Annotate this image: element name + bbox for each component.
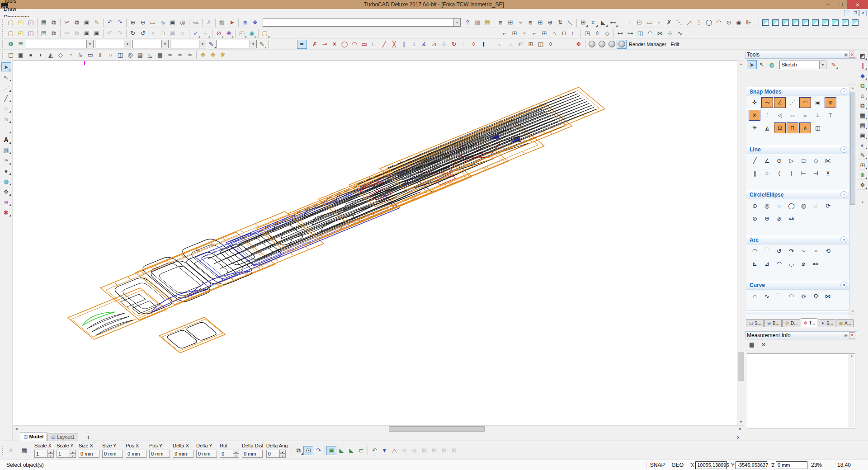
extrude-tool[interactable]: ⧈: [1, 197, 11, 207]
line-parallel[interactable]: ∥: [749, 168, 761, 179]
scroll-up-icon[interactable]: ▲: [737, 61, 745, 67]
snap-divide[interactable]: ✳: [749, 122, 760, 133]
chevron-down-icon[interactable]: ▼: [86, 40, 93, 48]
snap-tool-10[interactable]: ◠: [714, 18, 724, 27]
modify-stretch[interactable]: I: [479, 40, 489, 49]
arc-tool[interactable]: ∩: [1, 114, 11, 123]
snap-perp-near[interactable]: ⊥: [812, 110, 824, 121]
chevron-down-icon[interactable]: ▼: [199, 40, 206, 48]
render-quality[interactable]: [617, 40, 627, 49]
hscroll-thumb[interactable]: [389, 426, 485, 432]
new[interactable]: ▢: [6, 18, 16, 27]
insp-table[interactable]: ▦: [19, 446, 29, 455]
snap-none[interactable]: ✜: [749, 97, 760, 108]
modify-fillet[interactable]: ◯: [340, 40, 349, 49]
close-icon[interactable]: ✕: [849, 332, 855, 338]
modify-chamfer[interactable]: ◠: [349, 40, 359, 49]
modify-meet[interactable]: ⊸: [320, 40, 330, 49]
zoom-page[interactable]: ▣: [168, 18, 178, 27]
field-input[interactable]: 0 mm: [126, 450, 146, 458]
selection-style-combo[interactable]: ▼: [263, 18, 461, 27]
ortho-mode[interactable]: ✓: [191, 29, 201, 38]
aux-3[interactable]: ⊏: [516, 40, 526, 49]
entity-mark-1[interactable]: ⌐: [500, 29, 509, 38]
tab-tools[interactable]: ◍T...: [801, 318, 817, 327]
move-tool[interactable]: ✥: [1, 187, 11, 196]
insp-marker[interactable]: ▼: [379, 446, 389, 455]
render-wireframe[interactable]: [587, 40, 597, 49]
arc-tan-2-arcs[interactable]: ⊿: [761, 258, 773, 269]
insp-pick-cp[interactable]: ◣: [346, 446, 356, 455]
aux-6[interactable]: ◊: [546, 40, 556, 49]
scroll-up-icon[interactable]: ▲: [850, 85, 856, 91]
table-panel[interactable]: ▦: [858, 111, 868, 120]
circle-tool[interactable]: ○: [1, 104, 11, 113]
shear[interactable]: ◺: [565, 18, 575, 27]
prim-can[interactable]: ◫: [115, 51, 125, 60]
pin-icon[interactable]: ◉: [843, 52, 849, 58]
aux-2[interactable]: ≡: [506, 40, 516, 49]
polyline-3d-tool[interactable]: 3D: [1, 156, 11, 165]
curve-bezier[interactable]: ∩: [749, 291, 761, 301]
line-perpendicular[interactable]: ⋉: [822, 155, 834, 166]
insp-remove[interactable]: ⊠: [449, 446, 459, 455]
entity-mark-9[interactable]: ◳: [582, 29, 592, 38]
cut[interactable]: ✂: [62, 18, 72, 27]
line-tangent-2-arcs[interactable]: ⟩: [785, 168, 797, 179]
insp-link[interactable]: ⧉: [293, 446, 303, 455]
tp-select[interactable]: ➤: [747, 60, 757, 69]
render-edit-label[interactable]: Edit: [669, 42, 682, 47]
field-input[interactable]: 0: [220, 450, 233, 458]
snap-nearest[interactable]: ⊸: [761, 97, 773, 108]
prim-slab[interactable]: ▭: [85, 51, 95, 60]
ellipse-fixed-ratio[interactable]: a:b: [785, 213, 797, 224]
menu-tools[interactable]: Tools: [0, 0, 36, 5]
collapse-icon[interactable]: »: [840, 146, 847, 153]
line-tool[interactable]: ╱: [1, 94, 11, 103]
prim-rod[interactable]: ‖: [95, 51, 105, 60]
line-perp-from[interactable]: ⊢: [797, 168, 810, 179]
curve-revision-cloud[interactable]: Ω: [810, 291, 822, 301]
line-style-combo[interactable]: ▼: [216, 40, 257, 48]
snap-apex[interactable]: ∧: [799, 122, 811, 133]
fit-expand[interactable]: ✥: [574, 40, 584, 49]
view-iso-ne[interactable]: [820, 18, 830, 27]
paste[interactable]: ▣: [82, 18, 92, 27]
prim-3d-terrain[interactable]: 3D: [175, 51, 185, 60]
entity-mark-13[interactable]: ⊶: [625, 29, 635, 38]
layer-combo[interactable]: ▼: [26, 40, 94, 48]
open[interactable]: ◰: [16, 18, 26, 27]
field-input[interactable]: 0 mm: [149, 450, 170, 458]
snap-center[interactable]: ◠: [799, 97, 811, 108]
chevron-down-icon[interactable]: ▼: [161, 40, 168, 48]
deselect-all[interactable]: □: [158, 29, 168, 38]
drawing-canvas[interactable]: BB: [13, 61, 737, 425]
prim-cylinder-cut[interactable]: ◔: [66, 51, 75, 60]
tab-selection[interactable]: ◫S...: [746, 319, 764, 327]
sheet-3[interactable]: [100, 232, 275, 320]
view-back[interactable]: [780, 18, 790, 27]
line-rectangle[interactable]: □: [797, 155, 810, 166]
entity-mark-16[interactable]: ⋈: [655, 29, 665, 38]
line-rotated-rectangle[interactable]: ◇: [810, 155, 822, 166]
print[interactable]: ▤: [39, 18, 49, 27]
pin-icon[interactable]: ◉: [843, 332, 849, 338]
line-perp-to[interactable]: ⊣: [810, 168, 822, 179]
image-panel[interactable]: ▣: [858, 131, 868, 140]
measure[interactable]: ⊷: [608, 18, 618, 27]
chevron-down-icon[interactable]: ▼: [453, 19, 460, 26]
construction-tool[interactable]: ⋰: [1, 83, 11, 92]
snap-parallel[interactable]: ⊓: [787, 122, 798, 133]
minimize-button[interactable]: ─: [821, 0, 834, 9]
snap-tool-5[interactable]: ✗: [664, 18, 674, 27]
snap-grid-points[interactable]: ⁘: [761, 110, 773, 121]
snap-tool-1[interactable]: ∙: [624, 18, 634, 27]
new-drawing[interactable]: ▢: [6, 29, 16, 38]
snap-angle[interactable]: ⊾: [799, 110, 811, 121]
arc-center-begin-end[interactable]: ◠: [749, 245, 761, 256]
aux-5[interactable]: ◫: [536, 40, 546, 49]
snap-indicator[interactable]: SNAP: [650, 462, 665, 468]
field-input[interactable]: 1: [34, 450, 48, 458]
spinner[interactable]: ▲▼: [233, 450, 239, 458]
redo[interactable]: ↷: [115, 18, 125, 27]
